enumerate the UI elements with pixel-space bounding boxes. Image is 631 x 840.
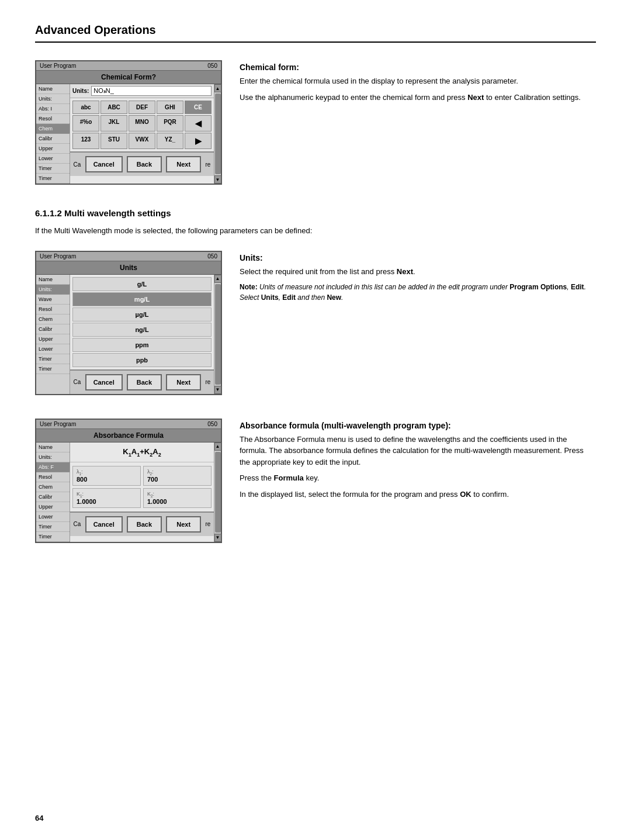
device-top-bar-3: User Program 050 bbox=[36, 420, 221, 429]
back-button-2[interactable]: Back bbox=[127, 374, 162, 390]
sidebar-timer1: Timer bbox=[36, 164, 70, 174]
device-scrollbar-3: ▲ ▼ bbox=[214, 443, 221, 542]
cancel-button-1[interactable]: Cancel bbox=[85, 156, 123, 172]
scroll-thumb-2 bbox=[215, 284, 221, 385]
sidebar3-units: Units: bbox=[36, 452, 70, 462]
key-MNO[interactable]: MNO bbox=[129, 115, 155, 132]
sidebar3-lower: Lower bbox=[36, 512, 70, 522]
scroll-up-1[interactable]: ▲ bbox=[214, 84, 221, 92]
sidebar-abs: Abs: I bbox=[36, 104, 70, 114]
units-list: g/L mg/L µg/L ng/L ppm ppb bbox=[70, 275, 214, 369]
sidebar2-timer1: Timer bbox=[36, 354, 70, 364]
sidebar2-calibr: Calibr bbox=[36, 324, 70, 334]
key-forward[interactable]: ▶ bbox=[185, 133, 212, 149]
sidebar-upper: Upper bbox=[36, 144, 70, 154]
device-bottom-1: Ca Cancel Back Next re bbox=[70, 151, 214, 176]
key-DEF[interactable]: DEF bbox=[129, 101, 155, 114]
bottom-label-1: Ca bbox=[74, 161, 81, 168]
top-bar-left-3: User Program bbox=[40, 421, 76, 427]
desc-text2-3: Press the Formula key. bbox=[240, 472, 596, 484]
sidebar2-wave: Wave bbox=[36, 295, 70, 305]
section-units: User Program 050 Units Name Units: Wave … bbox=[35, 251, 596, 395]
unit-ppm[interactable]: ppm bbox=[72, 338, 212, 352]
key-STU[interactable]: STU bbox=[100, 133, 127, 149]
lambda1-cell[interactable]: λ1: 800 bbox=[72, 466, 141, 486]
key-VWX[interactable]: VWX bbox=[129, 133, 155, 149]
device-title-3: Absorbance Formula bbox=[36, 429, 221, 443]
key-ABC[interactable]: ABC bbox=[100, 101, 127, 114]
keypad-1: abc ABC DEF GHI CE #%o JKL MNO PQR ◀ 123… bbox=[70, 98, 214, 151]
next-button-1[interactable]: Next bbox=[166, 156, 201, 172]
back-button-1[interactable]: Back bbox=[127, 156, 162, 172]
key-hash[interactable]: #%o bbox=[72, 115, 99, 132]
top-bar-left-2: User Program bbox=[40, 253, 76, 260]
device-main-3: K1A1+K2A2 λ1: 800 λ2: 700 K1: 1.0000 bbox=[70, 443, 214, 542]
sidebar3-calibr: Calibr bbox=[36, 492, 70, 502]
key-abc[interactable]: abc bbox=[72, 101, 99, 114]
sidebar3-chem: Chem bbox=[36, 482, 70, 492]
page-title: Advanced Operations bbox=[35, 23, 596, 43]
scroll-down-2[interactable]: ▼ bbox=[214, 386, 221, 394]
top-bar-right-3: 050 bbox=[207, 421, 217, 427]
description-panel-3: Absorbance formula (multi-wavelength pro… bbox=[240, 419, 596, 505]
unit-gL[interactable]: g/L bbox=[72, 277, 212, 291]
device-top-bar-1: User Program 050 bbox=[36, 61, 221, 71]
sidebar-name: Name bbox=[36, 84, 70, 94]
cancel-button-2[interactable]: Cancel bbox=[85, 374, 123, 390]
key-JKL[interactable]: JKL bbox=[100, 115, 127, 132]
key-backspace[interactable]: ◀ bbox=[185, 115, 212, 132]
device-sidebar-3: Name Units: Abs: F Resol Chem Calibr Upp… bbox=[36, 443, 70, 542]
description-panel-2: Units: Select the required unit from the… bbox=[240, 251, 596, 308]
cancel-button-3[interactable]: Cancel bbox=[85, 516, 123, 533]
sidebar2-chem: Chem bbox=[36, 314, 70, 324]
top-bar-right-2: 050 bbox=[207, 253, 217, 260]
device-scrollbar-1: ▲ ▼ bbox=[214, 84, 221, 184]
desc-text1-2: Select the required unit from the list a… bbox=[240, 266, 596, 278]
lambda2-value: 700 bbox=[147, 476, 207, 483]
sidebar2-resol: Resol bbox=[36, 305, 70, 314]
sidebar-units: Units: bbox=[36, 94, 70, 104]
scroll-down-1[interactable]: ▼ bbox=[214, 175, 221, 184]
key-YZ[interactable]: YZ_ bbox=[157, 133, 183, 149]
scroll-up-3[interactable]: ▲ bbox=[214, 443, 221, 451]
k1-cell[interactable]: K1: 1.0000 bbox=[72, 488, 141, 508]
device-screen-1: User Program 050 Chemical Form? Name Uni… bbox=[35, 60, 222, 185]
unit-ugL[interactable]: µg/L bbox=[72, 307, 212, 322]
sidebar2-lower: Lower bbox=[36, 344, 70, 354]
sidebar-chem[interactable]: Chem bbox=[36, 124, 70, 134]
device-bottom-2: Ca Cancel Back Next re bbox=[70, 369, 214, 394]
desc-heading-1: Chemical form: bbox=[240, 63, 596, 72]
key-PQR[interactable]: PQR bbox=[157, 115, 183, 132]
device-screen-2: User Program 050 Units Name Units: Wave … bbox=[35, 251, 222, 395]
sidebar3-abs[interactable]: Abs: F bbox=[36, 462, 70, 472]
scroll-up-2[interactable]: ▲ bbox=[214, 275, 221, 283]
device-title-2: Units bbox=[36, 261, 221, 275]
sidebar-timer2: Timer bbox=[36, 174, 70, 184]
sidebar2-units[interactable]: Units: bbox=[36, 285, 70, 295]
bottom-right-3: re bbox=[205, 521, 210, 527]
bottom-label-3: Ca bbox=[74, 521, 81, 527]
next-button-2[interactable]: Next bbox=[166, 374, 201, 390]
unit-ppb[interactable]: ppb bbox=[72, 353, 212, 367]
sidebar2-timer2: Timer bbox=[36, 364, 70, 374]
subsection-title: 6.1.1.2 Multi wavelength settings bbox=[35, 208, 596, 218]
lambda1-label: λ1: bbox=[77, 469, 137, 476]
key-123[interactable]: 123 bbox=[72, 133, 99, 149]
unit-ngL[interactable]: ng/L bbox=[72, 323, 212, 337]
device-body-1: Name Units: Abs: I Resol Chem Calibr Upp… bbox=[36, 84, 221, 184]
unit-mgL[interactable]: mg/L bbox=[72, 292, 212, 306]
desc-text1-1: Enter the chemical formula used in the d… bbox=[240, 75, 596, 87]
scroll-down-3[interactable]: ▼ bbox=[214, 534, 221, 542]
sidebar-lower: Lower bbox=[36, 154, 70, 164]
scroll-thumb-3 bbox=[215, 452, 221, 533]
back-button-3[interactable]: Back bbox=[127, 516, 162, 533]
lambda2-cell[interactable]: λ2: 700 bbox=[143, 466, 212, 486]
next-button-3[interactable]: Next bbox=[166, 516, 201, 533]
key-CE[interactable]: CE bbox=[185, 101, 212, 114]
key-GHI[interactable]: GHI bbox=[157, 101, 183, 114]
desc-text1-3: The Absorbance Formula menu is used to d… bbox=[240, 434, 596, 468]
k2-cell[interactable]: K2: 1.0000 bbox=[143, 488, 212, 508]
lambda2-label: λ2: bbox=[147, 469, 207, 476]
input-field-1[interactable]: NO₃N_ bbox=[91, 86, 212, 96]
device-main-2: g/L mg/L µg/L ng/L ppm ppb Ca Cancel Bac… bbox=[70, 275, 214, 394]
